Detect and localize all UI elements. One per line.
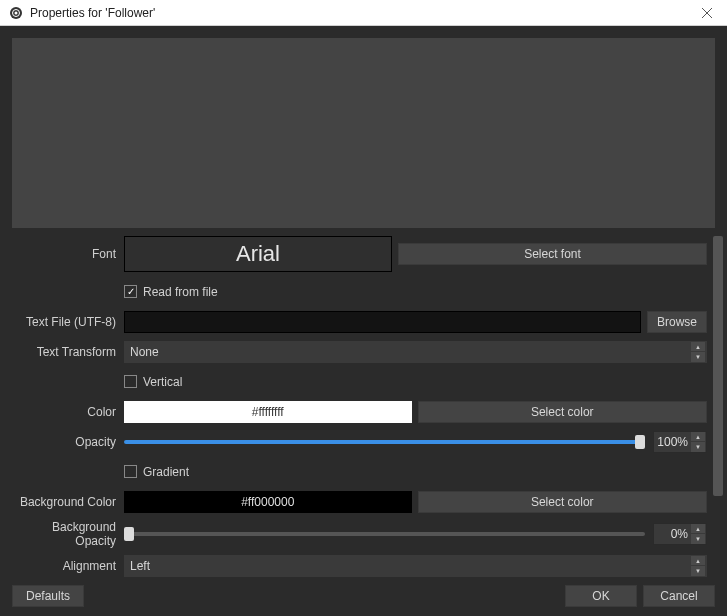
vertical-scrollbar[interactable] [713, 236, 723, 584]
cancel-button[interactable]: Cancel [643, 585, 715, 607]
text-transform-select[interactable]: None ▲▼ [124, 341, 707, 363]
titlebar: Properties for 'Follower' [0, 0, 727, 26]
gradient-label: Gradient [143, 465, 189, 479]
dialog-body: Font Arial Select font Read from file Te… [0, 26, 727, 616]
bg-opacity-value-input[interactable]: 0% ▲▼ [653, 523, 707, 545]
opacity-value: 100% [657, 435, 688, 449]
opacity-label: Opacity [12, 435, 124, 449]
spinner-icon: ▲▼ [691, 342, 705, 362]
alignment-value: Left [130, 559, 150, 573]
close-button[interactable] [687, 0, 727, 26]
ok-button[interactable]: OK [565, 585, 637, 607]
slider-thumb[interactable] [635, 435, 645, 449]
preview-area [12, 38, 715, 228]
dialog-footer: Defaults OK Cancel [0, 584, 727, 616]
read-from-file-label: Read from file [143, 285, 218, 299]
text-file-input[interactable] [124, 311, 641, 333]
select-bg-color-button[interactable]: Select color [418, 491, 708, 513]
vertical-label: Vertical [143, 375, 182, 389]
spinner-icon: ▲▼ [691, 524, 705, 544]
color-swatch[interactable]: #ffffffff [124, 401, 412, 423]
text-file-label: Text File (UTF-8) [12, 315, 124, 329]
text-transform-label: Text Transform [12, 345, 124, 359]
alignment-label: Alignment [12, 559, 124, 573]
text-transform-value: None [130, 345, 159, 359]
properties-form: Font Arial Select font Read from file Te… [0, 236, 727, 584]
text-file-row: Text File (UTF-8) Browse [12, 310, 707, 334]
opacity-value-input[interactable]: 100% ▲▼ [653, 431, 707, 453]
read-from-file-row: Read from file [12, 280, 707, 304]
font-preview: Arial [124, 236, 392, 272]
color-label: Color [12, 405, 124, 419]
vertical-checkbox[interactable]: Vertical [124, 375, 182, 389]
scrollbar-thumb[interactable] [713, 236, 723, 496]
checkbox-icon [124, 375, 137, 388]
checkbox-icon [124, 285, 137, 298]
opacity-slider[interactable] [124, 440, 645, 444]
select-font-button[interactable]: Select font [398, 243, 707, 265]
font-row: Font Arial Select font [12, 236, 707, 272]
font-label: Font [12, 247, 124, 261]
opacity-row: Opacity 100% ▲▼ [12, 430, 707, 454]
bg-opacity-label: Background Opacity [12, 520, 124, 548]
checkbox-icon [124, 465, 137, 478]
spinner-icon: ▲▼ [691, 432, 705, 452]
svg-point-2 [15, 11, 18, 14]
alignment-select[interactable]: Left ▲▼ [124, 555, 707, 577]
slider-thumb[interactable] [124, 527, 134, 541]
spinner-icon: ▲▼ [691, 556, 705, 576]
color-row: Color #ffffffff Select color [12, 400, 707, 424]
defaults-button[interactable]: Defaults [12, 585, 84, 607]
app-icon [8, 5, 24, 21]
window-title: Properties for 'Follower' [30, 6, 687, 20]
browse-button[interactable]: Browse [647, 311, 707, 333]
gradient-row: Gradient [12, 460, 707, 484]
select-color-button[interactable]: Select color [418, 401, 708, 423]
bg-opacity-row: Background Opacity 0% ▲▼ [12, 520, 707, 548]
gradient-checkbox[interactable]: Gradient [124, 465, 189, 479]
bg-color-row: Background Color #ff000000 Select color [12, 490, 707, 514]
bg-opacity-slider[interactable] [124, 532, 645, 536]
read-from-file-checkbox[interactable]: Read from file [124, 285, 218, 299]
vertical-row: Vertical [12, 370, 707, 394]
bg-color-swatch[interactable]: #ff000000 [124, 491, 412, 513]
bg-color-label: Background Color [12, 495, 124, 509]
alignment-row: Alignment Left ▲▼ [12, 554, 707, 578]
text-transform-row: Text Transform None ▲▼ [12, 340, 707, 364]
bg-opacity-value: 0% [671, 527, 688, 541]
